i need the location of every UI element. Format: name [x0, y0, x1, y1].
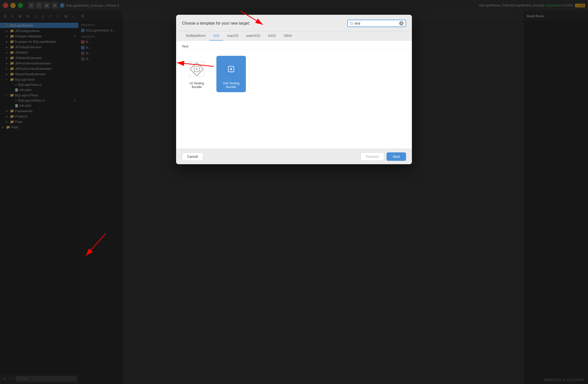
tab-watchos[interactable]: watchOS [242, 31, 264, 41]
section-label: Test [182, 45, 406, 49]
tab-multiplatform[interactable]: Multiplatform [182, 31, 210, 41]
previous-button[interactable]: Previous [360, 152, 384, 161]
search-icon [350, 22, 353, 25]
template-icon-unit-testing [221, 59, 241, 79]
cancel-button[interactable]: Cancel [182, 152, 203, 161]
tab-other[interactable]: Other [280, 31, 296, 41]
modal: Choose a template for your new target: ✕… [176, 15, 412, 164]
tab-tvos[interactable]: tvOS [264, 31, 280, 41]
svg-point-2 [350, 22, 353, 24]
template-icon-ui-testing [187, 59, 207, 79]
search-field[interactable]: ✕ [347, 20, 406, 27]
modal-overlay: Choose a template for your new target: ✕… [0, 0, 588, 384]
svg-point-13 [231, 68, 231, 69]
template-unit-testing[interactable]: Unit Testing Bundle [216, 56, 246, 92]
svg-line-3 [352, 24, 353, 25]
template-ui-testing[interactable]: UI Testing Bundle [182, 56, 211, 92]
next-button[interactable]: Next [387, 152, 406, 161]
template-label-unit-testing: Unit Testing Bundle [220, 81, 242, 89]
modal-title: Choose a template for your new target: [182, 21, 250, 25]
template-label-ui-testing: UI Testing Bundle [186, 81, 208, 89]
footer-right: Previous Next [360, 152, 406, 161]
modal-tabs: Multiplatform iOS macOS watchOS tvOS Oth… [176, 31, 412, 41]
template-grid: UI Testing Bundle [182, 53, 406, 95]
tab-ios[interactable]: iOS [210, 31, 223, 41]
modal-footer: Cancel Previous Next [176, 149, 412, 164]
modal-body: Test UI T [176, 41, 412, 149]
modal-header: Choose a template for your new target: ✕ [176, 15, 412, 31]
search-input[interactable] [355, 21, 398, 25]
tab-macos[interactable]: macOS [223, 31, 242, 41]
search-clear-button[interactable]: ✕ [399, 21, 403, 25]
